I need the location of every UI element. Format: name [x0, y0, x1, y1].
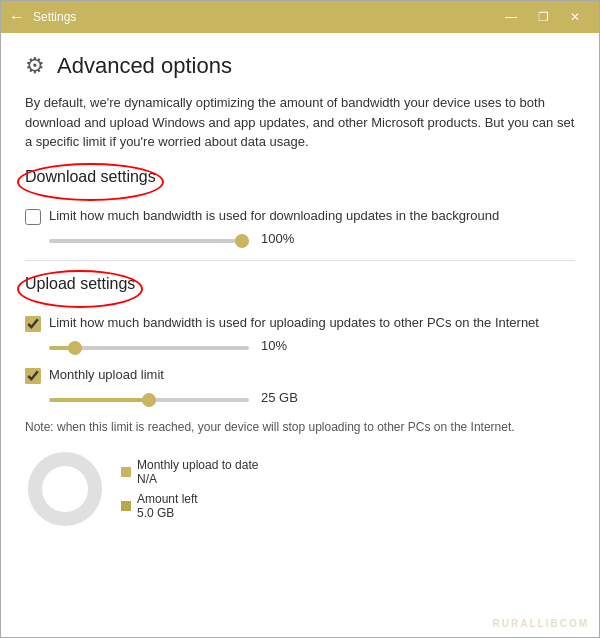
legend-amount-value: 5.0 GB [137, 506, 198, 520]
gear-icon: ⚙ [25, 53, 45, 79]
download-slider-value: 100% [261, 231, 301, 246]
maximize-button[interactable]: ❐ [527, 1, 559, 33]
legend-box-amount-left [121, 501, 131, 511]
download-bandwidth-option: Limit how much bandwidth is used for dow… [25, 208, 575, 225]
monthly-upload-slider[interactable] [49, 398, 249, 402]
download-bandwidth-checkbox[interactable] [25, 209, 41, 225]
back-button[interactable]: ← [9, 8, 25, 26]
legend-item-monthly-upload: Monthly upload to date N/A [121, 458, 258, 486]
upload-bandwidth-checkbox[interactable] [25, 316, 41, 332]
download-slider-row: 100% [49, 231, 575, 246]
legend-amount-label: Amount left [137, 492, 198, 506]
upload-bandwidth-slider-row: 10% [49, 338, 575, 353]
close-button[interactable]: ✕ [559, 1, 591, 33]
legend-monthly-content: Monthly upload to date N/A [137, 458, 258, 486]
window-title: Settings [33, 10, 495, 24]
upload-bandwidth-label[interactable]: Limit how much bandwidth is used for upl… [49, 315, 539, 330]
legend-monthly-label: Monthly upload to date [137, 458, 258, 472]
chart-legend: Monthly upload to date N/A Amount left 5… [121, 458, 258, 520]
legend-monthly-value: N/A [137, 472, 258, 486]
page-title: Advanced options [57, 53, 232, 79]
upload-bandwidth-slider[interactable] [49, 346, 249, 350]
section-divider [25, 260, 575, 261]
chart-section: Monthly upload to date N/A Amount left 5… [25, 449, 575, 529]
download-bandwidth-label[interactable]: Limit how much bandwidth is used for dow… [49, 208, 499, 223]
legend-box-monthly [121, 467, 131, 477]
monthly-upload-slider-row: 25 GB [49, 390, 575, 405]
svg-point-0 [35, 459, 95, 519]
minimize-button[interactable]: — [495, 1, 527, 33]
download-bandwidth-slider[interactable] [49, 239, 249, 243]
page-description: By default, we're dynamically optimizing… [25, 93, 575, 152]
titlebar: ← Settings — ❐ ✕ [1, 1, 599, 33]
legend-amount-content: Amount left 5.0 GB [137, 492, 198, 520]
upload-bandwidth-option: Limit how much bandwidth is used for upl… [25, 315, 575, 332]
download-settings-header-wrapper: Download settings [25, 168, 156, 196]
monthly-upload-slider-value: 25 GB [261, 390, 301, 405]
window-controls: — ❐ ✕ [495, 1, 591, 33]
content-area: ⚙ Advanced options By default, we're dyn… [1, 33, 599, 549]
watermark: RURALLIBCOM [493, 618, 589, 629]
upload-note: Note: when this limit is reached, your d… [25, 419, 575, 436]
legend-item-amount-left: Amount left 5.0 GB [121, 492, 258, 520]
upload-settings-header-wrapper: Upload settings [25, 275, 135, 303]
download-slider-container [49, 231, 249, 246]
donut-chart [25, 449, 105, 529]
upload-bandwidth-slider-container [49, 338, 249, 353]
monthly-upload-slider-container [49, 390, 249, 405]
monthly-upload-limit-label[interactable]: Monthly upload limit [49, 367, 164, 382]
download-settings-heading: Download settings [25, 168, 156, 186]
upload-bandwidth-slider-value: 10% [261, 338, 301, 353]
page-header: ⚙ Advanced options [25, 53, 575, 79]
monthly-upload-limit-option: Monthly upload limit [25, 367, 575, 384]
monthly-upload-limit-checkbox[interactable] [25, 368, 41, 384]
upload-settings-heading: Upload settings [25, 275, 135, 293]
